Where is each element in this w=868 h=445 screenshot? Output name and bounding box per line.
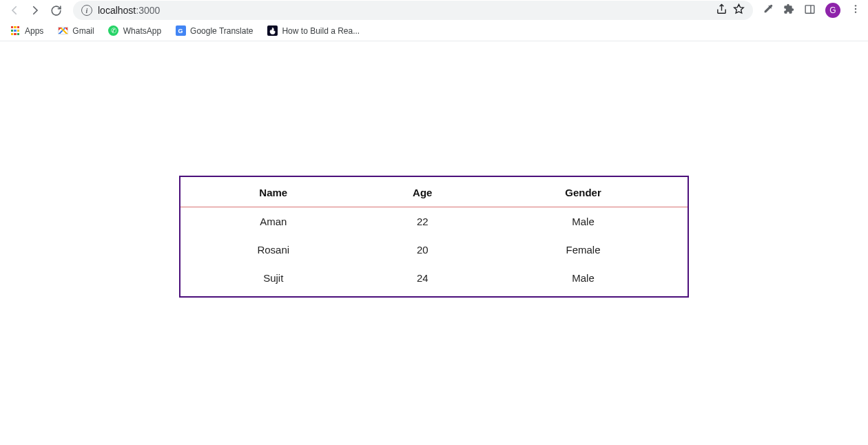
google-translate-icon (175, 25, 186, 37)
bookmark-label: WhatsApp (123, 26, 161, 36)
share-icon[interactable] (716, 3, 727, 17)
gmail-icon (57, 25, 68, 37)
menu-icon[interactable] (850, 3, 861, 17)
svg-point-3 (855, 8, 856, 10)
reload-button[interactable] (48, 3, 63, 18)
table-row: Sujit 24 Male (180, 264, 688, 292)
url-text: localhost:3000 (98, 5, 160, 16)
bookmark-how-to-build[interactable]: How to Build a Rea... (267, 25, 360, 37)
cell-age: 20 (366, 236, 479, 264)
bookmark-star-icon[interactable] (733, 3, 745, 17)
table-header-row: Name Age Gender (180, 177, 688, 207)
svg-point-2 (855, 5, 856, 6)
data-table-container: Name Age Gender Aman 22 Male Rosani 20 F… (179, 176, 689, 298)
site-info-icon[interactable]: i (81, 5, 92, 16)
col-header-name: Name (180, 177, 366, 207)
cell-name: Aman (180, 207, 366, 236)
bookmark-label: How to Build a Rea... (282, 26, 360, 36)
bookmark-apps[interactable]: Apps (10, 25, 43, 37)
svg-rect-0 (805, 5, 814, 12)
cell-gender: Female (479, 236, 688, 264)
cell-name: Sujit (180, 264, 366, 292)
forward-button[interactable] (28, 3, 43, 18)
bookmark-label: Apps (25, 26, 43, 36)
sidepanel-icon[interactable] (804, 3, 816, 18)
freecodecamp-icon (267, 25, 278, 37)
cell-gender: Male (479, 207, 688, 236)
apps-icon (10, 25, 21, 37)
eyedropper-icon[interactable] (763, 3, 774, 17)
bookmark-label: Google Translate (190, 26, 253, 36)
bookmark-gmail[interactable]: Gmail (57, 25, 94, 37)
cell-gender: Male (479, 264, 688, 292)
svg-point-4 (855, 11, 856, 12)
col-header-age: Age (366, 177, 479, 207)
cell-name: Rosani (180, 236, 366, 264)
extensions-icon[interactable] (783, 3, 794, 17)
toolbar-right: G (763, 3, 861, 18)
bookmark-google-translate[interactable]: Google Translate (175, 25, 253, 37)
browser-toolbar: i localhost:3000 G (0, 0, 868, 21)
back-button[interactable] (7, 3, 22, 18)
bookmarks-bar: Apps Gmail WhatsApp Google Translate How… (0, 21, 868, 41)
bookmark-whatsapp[interactable]: WhatsApp (108, 25, 161, 37)
page-content: Name Age Gender Aman 22 Male Rosani 20 F… (0, 41, 868, 298)
bookmark-label: Gmail (72, 26, 94, 36)
cell-age: 24 (366, 264, 479, 292)
table-row: Rosani 20 Female (180, 236, 688, 264)
profile-avatar[interactable]: G (825, 3, 840, 18)
col-header-gender: Gender (479, 177, 688, 207)
whatsapp-icon (108, 25, 119, 37)
data-table: Name Age Gender Aman 22 Male Rosani 20 F… (180, 177, 688, 292)
address-bar[interactable]: i localhost:3000 (73, 1, 753, 20)
table-row: Aman 22 Male (180, 207, 688, 236)
cell-age: 22 (366, 207, 479, 236)
